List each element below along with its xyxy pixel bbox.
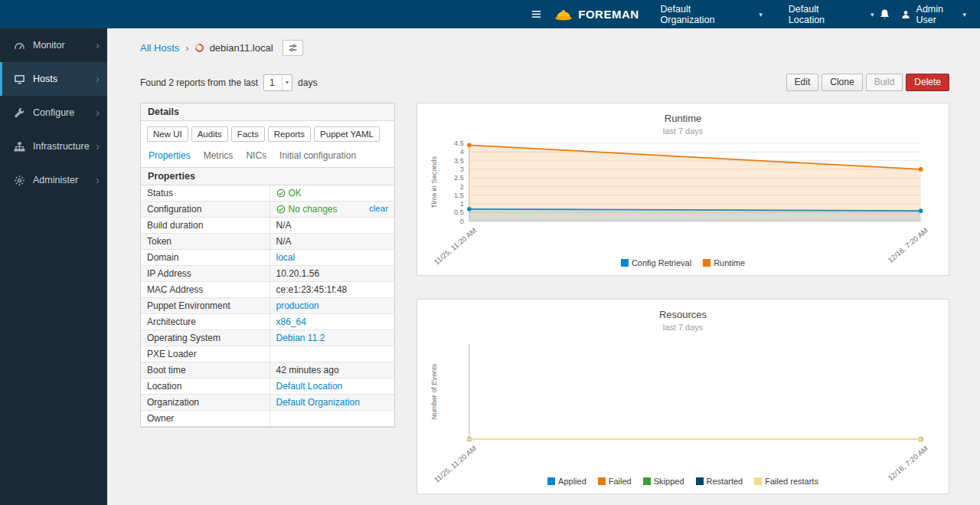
edit-button[interactable]: Edit <box>786 74 819 91</box>
legend-item[interactable]: Applied <box>547 477 586 486</box>
property-link[interactable]: Default Organization <box>276 397 360 408</box>
legend-item[interactable]: Failed restarts <box>754 477 818 486</box>
status-ok-text: No changes <box>289 204 338 215</box>
property-value: production <box>270 298 394 314</box>
display-settings-button[interactable] <box>283 40 303 56</box>
organization-selector[interactable]: Default Organization ▾ <box>656 0 767 28</box>
property-row: OrganizationDefault Organization <box>141 395 394 411</box>
tab-metrics[interactable]: Metrics <box>204 150 234 161</box>
tab-properties[interactable]: Properties <box>149 150 191 161</box>
chart-title: Runtime <box>426 113 939 124</box>
location-selector[interactable]: Default Location ▾ <box>784 0 879 28</box>
chevron-right-icon: › <box>96 141 100 152</box>
property-link[interactable]: local <box>276 252 296 263</box>
property-value: 42 minutes ago <box>270 362 394 379</box>
puppet-yaml-button[interactable]: Puppet YAML <box>314 126 380 142</box>
legend-item[interactable]: Restarted <box>696 477 743 486</box>
legend-item[interactable]: Runtime <box>703 258 745 267</box>
tab-nics[interactable]: NICs <box>246 150 266 161</box>
sitemap-icon <box>14 140 26 152</box>
reports-button[interactable]: Reports <box>268 126 311 142</box>
report-days-value: 1 <box>270 77 275 88</box>
property-label: Domain <box>141 250 270 266</box>
legend-swatch <box>754 477 762 485</box>
legend-swatch <box>703 259 710 267</box>
charts-column: Runtimelast 7 days00.511.522.533.544.511… <box>416 103 949 494</box>
location-selector-value: Default Location <box>789 4 849 25</box>
svg-text:4: 4 <box>460 148 464 156</box>
properties-table: StatusOKConfigurationNo changesclearBuil… <box>141 185 394 427</box>
property-link[interactable]: production <box>276 300 319 311</box>
property-label: IP Address <box>141 266 270 282</box>
sidebar-item-configure[interactable]: Configure› <box>0 96 107 130</box>
legend-label: Skipped <box>654 477 684 486</box>
property-label: Location <box>141 379 270 395</box>
hosts-icon <box>14 73 26 85</box>
property-value <box>270 411 394 427</box>
property-value: local <box>270 250 394 266</box>
organization-selector-value: Default Organization <box>661 4 738 25</box>
chart-legend: AppliedFailedSkippedRestartedFailed rest… <box>426 474 939 487</box>
property-text: 42 minutes ago <box>276 365 339 375</box>
report-days-select[interactable]: 1 ▾ <box>263 74 292 91</box>
new-ui-button[interactable]: New UI <box>147 126 188 142</box>
sidebar-item-monitor[interactable]: Monitor› <box>0 28 107 62</box>
gauge-icon <box>14 39 26 51</box>
svg-text:3: 3 <box>460 166 464 173</box>
top-navbar: FOREMAN Default Organization ▾ Default L… <box>0 0 980 28</box>
svg-text:0: 0 <box>460 218 464 225</box>
svg-text:0.5: 0.5 <box>454 208 464 216</box>
property-row: MAC Addressce:e1:23:45:1f:48 <box>141 282 394 298</box>
property-text: N/A <box>276 220 292 231</box>
properties-table-body: StatusOKConfigurationNo changesclearBuil… <box>141 185 394 427</box>
property-value <box>270 346 394 362</box>
legend-label: Failed <box>609 477 632 486</box>
facts-button[interactable]: Facts <box>231 126 265 142</box>
chevron-right-icon: › <box>96 175 100 185</box>
property-value: ce:e1:23:45:1f:48 <box>270 282 394 298</box>
sidebar-item-label: Infrastructure <box>33 141 90 152</box>
user-name: Admin User <box>916 4 958 25</box>
toolbar: Found 2 reports from the last 1 ▾ days E… <box>140 74 949 91</box>
sidebar-item-infrastructure[interactable]: Infrastructure› <box>0 130 107 163</box>
breadcrumb-all-hosts-link[interactable]: All Hosts <box>140 42 179 54</box>
clear-link[interactable]: clear <box>369 204 388 213</box>
tab-initial-configuration[interactable]: Initial configuration <box>279 150 356 161</box>
property-row: Operating SystemDebian 11.2 <box>141 330 394 346</box>
svg-text:3.5: 3.5 <box>454 157 464 165</box>
legend-swatch <box>598 477 606 485</box>
property-label: Status <box>141 185 270 202</box>
notifications-bell-icon[interactable] <box>879 8 890 20</box>
details-tabs: PropertiesMetricsNICsInitial configurati… <box>141 147 394 167</box>
content-columns: Details New UIAuditsFactsReportsPuppet Y… <box>140 103 949 494</box>
audits-button[interactable]: Audits <box>191 126 228 142</box>
user-menu[interactable]: Admin User ▾ <box>900 4 966 25</box>
legend-item[interactable]: Failed <box>598 477 632 486</box>
caret-down-icon: ▾ <box>759 11 763 18</box>
sidebar-item-administer[interactable]: Administer› <box>0 163 107 197</box>
property-value: N/A <box>270 218 394 234</box>
svg-text:2: 2 <box>460 183 464 191</box>
property-row: TokenN/A <box>141 234 394 250</box>
property-link[interactable]: x86_64 <box>276 316 306 327</box>
caret-down-icon: ▾ <box>871 11 874 18</box>
property-value: N/A <box>270 234 394 250</box>
foreman-brand[interactable]: FOREMAN <box>554 7 639 22</box>
property-link[interactable]: Default Location <box>276 381 343 392</box>
chart-card-resources: Resourceslast 7 days11/25, 11:20 AM12/16… <box>416 299 949 494</box>
property-link[interactable]: Debian 11.2 <box>276 333 325 343</box>
property-label: MAC Address <box>141 282 270 298</box>
property-row: PXE Loader <box>141 346 394 362</box>
delete-button[interactable]: Delete <box>906 74 949 91</box>
legend-swatch <box>696 477 704 485</box>
legend-swatch <box>547 477 555 485</box>
property-value: Default Organization <box>270 395 394 411</box>
legend-item[interactable]: Skipped <box>643 477 684 486</box>
sidebar-item-hosts[interactable]: Hosts› <box>0 62 107 96</box>
legend-item[interactable]: Config Retrieval <box>621 258 691 267</box>
check-circle-icon <box>276 205 286 214</box>
svg-text:1: 1 <box>460 200 464 208</box>
hamburger-menu-button[interactable] <box>517 8 554 20</box>
clone-button[interactable]: Clone <box>822 74 862 91</box>
property-value: No changesclear <box>270 202 394 218</box>
